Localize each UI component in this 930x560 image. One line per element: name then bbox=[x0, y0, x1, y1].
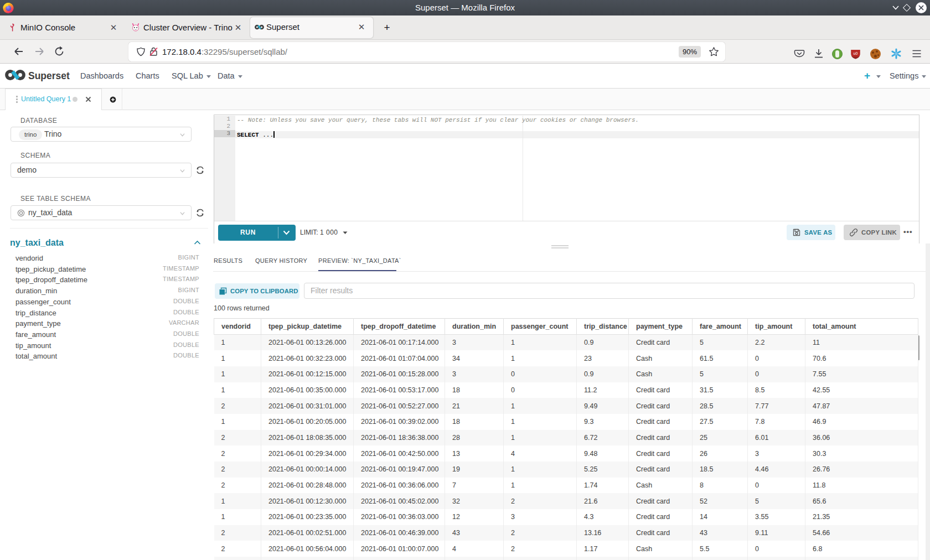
svg-text:u0: u0 bbox=[854, 51, 858, 55]
